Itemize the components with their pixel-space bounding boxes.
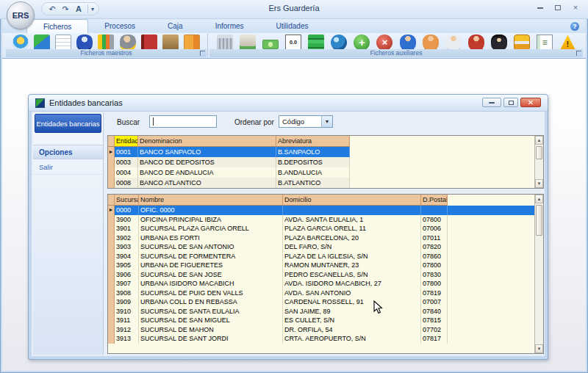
table-cell: 07819	[421, 289, 448, 298]
person-orange-icon[interactable]	[423, 35, 439, 51]
order-by-select[interactable]: Código ▼	[279, 115, 333, 128]
row-selector-cell	[108, 270, 115, 280]
delete-circle-icon[interactable]	[376, 35, 392, 51]
row-selector-cell	[108, 224, 115, 233]
red-book-icon[interactable]	[141, 35, 157, 51]
person-white-icon[interactable]	[445, 35, 462, 51]
table-row[interactable]: 3903SUCURSAL DE SAN ANTONIODEL FARO, S/N…	[108, 242, 448, 252]
dialog-close-button[interactable]: ✕	[520, 98, 541, 107]
toy-shapes-icon[interactable]	[34, 35, 50, 51]
column-header-denominacion[interactable]: Denominacion	[138, 136, 276, 146]
search-label: Buscar	[117, 118, 140, 126]
table-row[interactable]: 3909URBANA COLL D EN REBASSACARDENAL ROS…	[108, 297, 448, 307]
table-cell: 07800	[421, 261, 448, 270]
table-cell: 07800	[421, 279, 448, 289]
dialog-maximize-button[interactable]	[503, 98, 518, 107]
table-row[interactable]: 3911SUCURSAL DE SAN MIGUELES CULLET, S/N…	[108, 316, 448, 325]
column-header-d-postal[interactable]: D.Postal	[421, 195, 448, 205]
cash-receipt-icon[interactable]	[240, 35, 256, 51]
green-books-icon[interactable]	[308, 35, 324, 51]
checklist-icon[interactable]	[537, 35, 553, 51]
minimize-button[interactable]	[534, 3, 547, 12]
table-row[interactable]: 3902URBANA ES FORTIPLAZA BARCELONA, 2007…	[108, 233, 448, 243]
dialog-launcher-icon[interactable]	[576, 51, 581, 56]
column-header-abreviatura[interactable]: Abreviatura	[276, 136, 350, 146]
person-writing-icon[interactable]	[120, 35, 136, 51]
table-cell: 3913	[115, 334, 139, 344]
tab-utilidades[interactable]: Utilidades	[260, 19, 325, 33]
decimal-rates-icon[interactable]	[285, 35, 301, 51]
table-cell: CARDENAL ROSSELL, 91	[283, 297, 421, 307]
scroll-thumb[interactable]	[536, 146, 542, 159]
tab-ficheros[interactable]: Ficheros	[26, 19, 88, 33]
table-row[interactable]: 3900OFICINA PRINCIPAL IBIZAAVDA. SANTA E…	[108, 215, 448, 225]
vertical-scrollbar[interactable]: ▲ ▼	[534, 195, 543, 353]
help-icon[interactable]: ?	[570, 22, 579, 31]
dialog-minimize-button[interactable]	[482, 98, 501, 107]
minimize-icon	[489, 102, 495, 104]
table-row[interactable]: 3905URBANA DE FIGUERETESRAMON MUNTANER, …	[108, 261, 448, 270]
tab-caja[interactable]: Caja	[151, 19, 199, 33]
graduate-icon[interactable]	[491, 35, 507, 51]
chevron-down-icon[interactable]: ▼	[321, 116, 332, 127]
person-blue-icon[interactable]	[400, 35, 416, 51]
brown-book-icon[interactable]	[162, 35, 179, 51]
table-cell: AVDA. ISIDORO MACABICH, 27	[283, 279, 421, 289]
column-header-nombre[interactable]: Nombre	[139, 195, 283, 205]
search-input[interactable]	[149, 115, 217, 128]
table-row[interactable]: 3901SUCURSAL PLAZA GARCIA ORELLPLAZA GAR…	[108, 224, 448, 233]
table-row[interactable]: ►0001BANCO SANPAOLOB.SANPAOLO	[108, 147, 350, 157]
globe-icon[interactable]	[331, 35, 347, 51]
scroll-down-icon[interactable]: ▼	[535, 179, 543, 188]
column-header-sucursal[interactable]: Sucursal	[115, 195, 139, 205]
table-row[interactable]: ►0000OFIC. 0000	[108, 206, 534, 215]
scroll-thumb[interactable]	[536, 205, 542, 236]
table-cell: B.ANDALUCIA	[276, 167, 350, 178]
table-cell: SUCURSAL DE PUIG DEN VALLS	[139, 289, 283, 298]
table-row[interactable]: 3913SUCURSAL DE SANT JORDICRTA. AEROPUER…	[108, 334, 448, 344]
dialog-title-bar[interactable]: Entidades bancarias ✕	[29, 95, 548, 112]
table-cell: BANCO DE ANDALUCIA	[138, 167, 276, 178]
sidebar-item-entidades-bancarias[interactable]: Entidades bancarias	[35, 114, 101, 133]
add-circle-icon[interactable]	[354, 35, 370, 51]
app-menu-button[interactable]: ERS	[7, 1, 35, 29]
pencil-cup-icon[interactable]	[98, 35, 114, 51]
sidebar-item-salir[interactable]: Salir	[33, 160, 103, 175]
table-row[interactable]: 3910SUCURSAL DE SANTA EULALIASAN JAIME, …	[108, 307, 448, 316]
minimize-icon	[537, 7, 543, 9]
scroll-down-icon[interactable]: ▼	[535, 344, 543, 353]
table-row[interactable]: 0004BANCO DE ANDALUCIAB.ANDALUCIA	[108, 167, 350, 178]
robot-figure-icon[interactable]	[76, 35, 93, 51]
orange-binder-icon[interactable]	[184, 35, 200, 51]
close-button[interactable]: ×	[569, 3, 582, 12]
table-row[interactable]: 3907URBANA ISIDORO MACABICHAVDA. ISIDORO…	[108, 279, 448, 289]
scroll-up-icon[interactable]: ▲	[535, 136, 543, 145]
table-row[interactable]: 0008BANCO ATLANTICOB.ATLANTICO	[108, 178, 350, 188]
sidebar-section-opciones[interactable]: Opciones	[33, 145, 103, 159]
school-bus-icon[interactable]	[514, 35, 530, 51]
column-header-domicilio[interactable]: Domicilio	[283, 195, 421, 205]
dialog-client-area: Entidades bancarias Opciones Salir Busca…	[32, 112, 545, 356]
table-row[interactable]: 3908SUCURSAL DE PUIG DEN VALLSAVDA. SAN …	[108, 289, 448, 298]
table-row[interactable]: 3912SUCURSAL DE MAHONDR. ORFILA, 5407702	[108, 325, 448, 335]
table-row[interactable]: 3904SUCURSAL DE FORMENTERAPLAZA DE LA IG…	[108, 252, 448, 261]
table-row[interactable]: 0003BANCO DE DEPOSITOSB.DEPOSITOS	[108, 157, 350, 167]
vertical-scrollbar[interactable]: ▲ ▼	[534, 136, 543, 188]
person-red-icon[interactable]	[468, 35, 484, 51]
pacifier-icon[interactable]	[12, 35, 29, 51]
table-cell: BANCO DE DEPOSITOS	[138, 157, 276, 167]
dialog-launcher-icon[interactable]	[200, 51, 205, 56]
table-row[interactable]: 3906SUCURSAL DE SAN JOSEPEDRO ESCANELLAS…	[108, 270, 448, 280]
scroll-up-icon[interactable]: ▲	[535, 195, 543, 203]
row-selector-cell	[108, 178, 115, 188]
bank-icon[interactable]	[217, 35, 233, 51]
table-cell: OFIC. 0000	[139, 206, 283, 215]
banknote-icon[interactable]	[262, 40, 279, 49]
maximize-button[interactable]	[551, 3, 564, 12]
document-icon[interactable]	[55, 35, 71, 51]
tab-procesos[interactable]: Procesos	[88, 19, 151, 33]
row-selector-cell	[108, 252, 115, 261]
warning-icon[interactable]	[559, 35, 576, 51]
column-header-entidad[interactable]: Entidad	[115, 136, 138, 146]
tab-informes[interactable]: Informes	[199, 19, 260, 33]
